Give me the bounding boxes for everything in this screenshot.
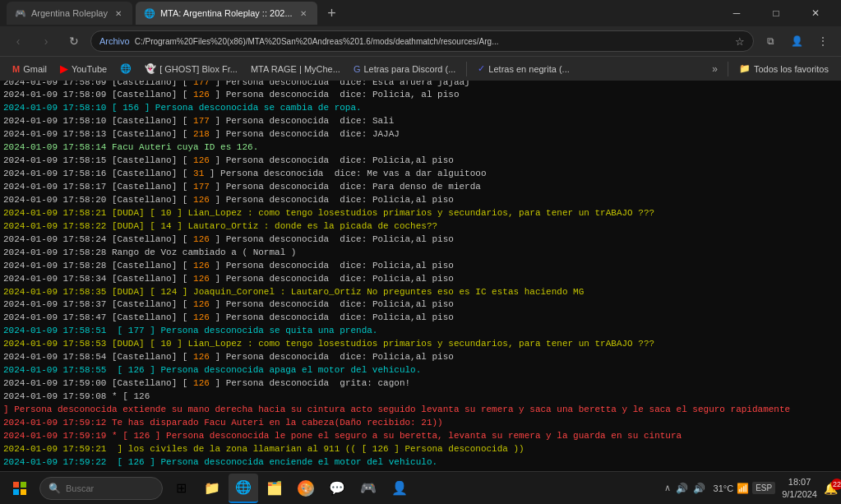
nav-bar: ‹ › ↻ Archivo C:/Program%20Files%20(x86)… [0, 26, 841, 56]
bookmark-b3-icon: 🌐 [120, 63, 132, 74]
taskbar-app-icons: ⊞ 📁 🌐 🗂️ 🎨 💬 🎮 👤 [166, 474, 414, 503]
tab-icon-2: 🌐 [144, 8, 155, 19]
reload-button[interactable]: ↻ [62, 30, 85, 53]
search-icon: 🔍 [49, 483, 61, 494]
chat-line: 2024-01-09 17:58:47 [Castellano] [ 126 ]… [3, 312, 838, 325]
chat-line: 2024-01-09 17:59:21 ] los civiles de la … [3, 443, 838, 456]
taskbar-right: ∧ 🔊 🔊 31°C 📶 ESP 18:07 9/1/2024 🔔 22 [659, 476, 838, 500]
chat-line: 2024-01-09 17:58:37 [Castellano] [ 126 ]… [3, 298, 838, 312]
extensions-button[interactable]: ⧉ [759, 30, 782, 53]
tray-arrow[interactable]: ∧ [664, 483, 671, 493]
bookmark-letras-negrita[interactable]: ✓ Letras en negrita (... [472, 61, 575, 76]
chat-line: 2024-01-09 17:58:54 [Castellano] [ 126 ]… [3, 351, 838, 364]
taskbar-app-files[interactable]: 📁 [197, 474, 227, 503]
bookmark-todos[interactable]: 📁 Todos los favoritos [733, 61, 834, 76]
back-button[interactable]: ‹ [7, 30, 30, 53]
bookmark-mta-label: MTA RAGE | MyChe... [251, 64, 340, 74]
bookmark-mta[interactable]: MTA RAGE | MyChe... [245, 62, 346, 76]
chat-line: 2024-01-09 17:59:19 * [ 126 ] Persona de… [3, 430, 838, 443]
protocol-label: Archivo [99, 36, 130, 46]
chat-line: 2024-01-09 17:58:10 [ 156 ] Persona desc… [3, 102, 838, 115]
chat-line: 2024-01-09 17:58:15 [Castellano] [ 126 ]… [3, 155, 838, 168]
taskbar-app-apps[interactable]: 🎨 [291, 474, 321, 503]
chat-line: ] Persona desconocida extiende su mano d… [3, 404, 838, 417]
more-bookmarks-button[interactable]: » [707, 61, 723, 77]
tray-network-icon: 🔊 [676, 483, 688, 494]
taskbar: 🔍 ⊞ 📁 🌐 🗂️ 🎨 💬 🎮 👤 ∧ 🔊 [0, 471, 841, 504]
chat-line: 2024-01-09 17:58:20 [Castellano] [ 126 ]… [3, 194, 838, 207]
tab-argentina-roleplay[interactable]: 🎮 Argentina Roleplay ✕ [7, 2, 132, 25]
taskbar-app-explorer[interactable]: 🗂️ [260, 474, 289, 503]
chat-line: 2024-01-09 17:59:22 [ 126 ] Persona desc… [3, 456, 838, 469]
chat-log: 2024-01-09 17:57:56 [Castellano] [ 126 ]… [0, 81, 841, 471]
nav-icons-right: ⧉ 👤 ⋮ [759, 30, 834, 53]
start-button[interactable] [3, 474, 36, 503]
profile-button[interactable]: 👤 [785, 30, 808, 53]
tray-volume-icon: 🔊 [693, 483, 705, 494]
letras-negrita-icon: ✓ [478, 63, 485, 74]
chat-line: 2024-01-09 17:58:28 [Castellano] [ 126 ]… [3, 260, 838, 273]
temperature-display: 31°C [714, 483, 734, 493]
chat-line: 2024-01-09 17:58:09 [Castellano] [ 177 ]… [3, 81, 838, 89]
taskbar-search[interactable]: 🔍 [39, 477, 163, 500]
taskbar-app-discord[interactable]: 💬 [322, 474, 352, 503]
bookmarks-bar: M Gmail ▶ YouTube 🌐 👻 [ GHOST] Blox Fr..… [0, 56, 841, 81]
chat-line: 2024-01-09 17:58:53 [DUDA] [ 10 ] Lian_L… [3, 338, 838, 351]
tab-close-btn-2[interactable]: ✕ [298, 7, 309, 19]
menu-button[interactable]: ⋮ [811, 30, 834, 53]
title-bar: 🎮 Argentina Roleplay ✕ 🌐 MTA: Argentina … [0, 0, 841, 26]
notification-count: 22 [831, 479, 841, 490]
chat-line: 2024-01-09 17:58:51 [ 177 ] Persona desc… [3, 325, 838, 338]
bookmark-ghost[interactable]: 👻 [ GHOST] Blox Fr... [139, 61, 243, 76]
bookmark-youtube[interactable]: ▶ YouTube [54, 60, 113, 77]
tab-icon: 🎮 [15, 8, 26, 19]
bookmark-todos-label: Todos los favoritos [754, 64, 829, 74]
chat-line: 2024-01-09 17:58:16 [Castellano] [ 31 ] … [3, 168, 838, 181]
youtube-icon: ▶ [60, 62, 68, 75]
svg-rect-2 [13, 489, 19, 495]
bookmark-b3[interactable]: 🌐 [114, 61, 137, 76]
maximize-button[interactable]: □ [757, 0, 795, 26]
sys-tray: ∧ 🔊 🔊 [659, 483, 710, 494]
chat-line: 2024-01-09 17:58:34 [Castellano] [ 126 ]… [3, 273, 838, 286]
time-display: 18:07 9/1/2024 [779, 476, 820, 500]
letras-negrita-label: Letras en negrita (... [488, 64, 569, 74]
chat-line: 2024-01-09 17:59:12 Te has disparado Fac… [3, 417, 838, 430]
letras-discord-icon: G [353, 64, 361, 74]
chat-line: 2024-01-09 17:59:00 [Castellano] [ 126 ]… [3, 377, 838, 391]
language-indicator: ESP [752, 482, 775, 494]
address-bar[interactable]: Archivo C:/Program%20Files%20(x86)/MTA%2… [90, 30, 754, 52]
svg-rect-0 [13, 482, 19, 488]
chat-line: 2024-01-09 17:58:10 [Castellano] [ 177 ]… [3, 115, 838, 128]
forward-button[interactable]: › [35, 30, 58, 53]
tab-mta[interactable]: 🌐 MTA: Argentina Roleplay :: 202... ✕ [136, 2, 317, 25]
chat-line: 2024-01-09 17:58:09 [Castellano] [ 126 ]… [3, 89, 838, 102]
taskbar-app-steam[interactable]: 🎮 [353, 474, 383, 503]
chat-line: 2024-01-09 17:58:55 [ 126 ] Persona desc… [3, 364, 838, 377]
svg-rect-3 [21, 489, 26, 495]
taskbar-app-user[interactable]: 👤 [385, 474, 414, 503]
tab-label-2: MTA: Argentina Roleplay :: 202... [160, 8, 293, 18]
bookmark-youtube-label: YouTube [72, 64, 107, 74]
minimize-button[interactable]: ─ [718, 0, 756, 26]
notification-bell[interactable]: 🔔 22 [824, 482, 838, 495]
chat-line: 2024-01-09 17:58:22 [DUDA] [ 14 ] Lautar… [3, 220, 838, 234]
clock-date: 9/1/2024 [782, 488, 817, 500]
bookmark-gmail-label: Gmail [23, 64, 47, 74]
bookmark-divider [466, 62, 467, 76]
bookmark-gmail[interactable]: M Gmail [7, 62, 53, 76]
network-icon: 📶 [737, 483, 749, 494]
chat-line: 2024-01-09 17:59:08 * [ 126 [3, 391, 838, 404]
tab-close-btn[interactable]: ✕ [113, 7, 124, 19]
chat-line: 2024-01-09 17:58:13 [Castellano] [ 218 ]… [3, 128, 838, 141]
chat-line: 2024-01-09 17:58:14 Facu Auteri cuya ID … [3, 141, 838, 155]
svg-rect-1 [21, 482, 26, 488]
window-controls: ─ □ ✕ [718, 0, 834, 26]
taskbar-app-chrome[interactable]: 🌐 [229, 474, 258, 503]
taskbar-app-widgets[interactable]: ⊞ [166, 474, 196, 503]
close-button[interactable]: ✕ [797, 0, 834, 26]
star-icon[interactable]: ☆ [735, 35, 745, 48]
new-tab-button[interactable]: + [321, 2, 344, 25]
bookmark-letras-discord[interactable]: G Letras para Discord (... [348, 62, 461, 76]
search-input[interactable] [66, 483, 140, 493]
